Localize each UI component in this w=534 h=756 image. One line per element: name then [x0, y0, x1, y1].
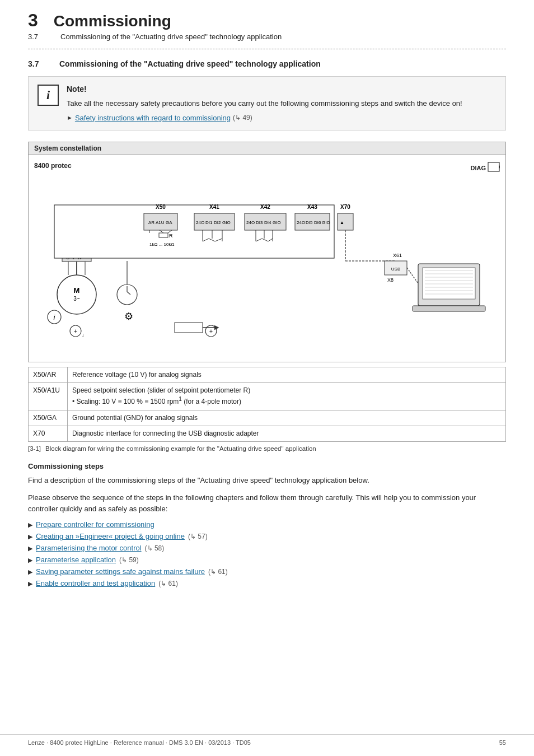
step-link[interactable]: Enable controller and test application — [36, 579, 155, 587]
svg-text:i: i — [54, 313, 56, 321]
connector-description: Reference voltage (10 V) for analog sign… — [68, 367, 506, 382]
step-arrow-icon: ▶ — [28, 580, 32, 587]
svg-text:X8: X8 — [387, 277, 394, 283]
step-arrow-icon: ▶ — [28, 557, 32, 564]
sub-header: 3.7 Commissioning of the "Actuating driv… — [28, 32, 506, 41]
step-arrow-icon: ▶ — [28, 568, 32, 576]
svg-text:24O: 24O — [297, 220, 305, 225]
commissioning-section: Commissioning steps Find a description o… — [28, 462, 506, 587]
connector-description: Diagnostic interface for connecting the … — [68, 426, 506, 442]
svg-text:24O: 24O — [246, 220, 255, 225]
step-arrow-icon: ▶ — [28, 521, 32, 529]
section-separator — [28, 49, 506, 49]
svg-line-15 — [127, 292, 130, 295]
svg-text:1kΩ ... 10kΩ: 1kΩ ... 10kΩ — [149, 242, 174, 247]
note-link-ref: (↳ 49) — [233, 114, 252, 122]
sub-number: 3.7 — [28, 32, 45, 41]
step-link[interactable]: Parameterising the motor control — [36, 544, 142, 552]
svg-text:GA: GA — [166, 220, 172, 225]
sub-title: Commissioning of the "Actuating drive sp… — [60, 32, 282, 41]
step-link[interactable]: Parameterise application — [36, 556, 116, 564]
svg-text:DI2: DI2 — [214, 220, 221, 225]
svg-text:24O: 24O — [196, 220, 204, 225]
svg-text:AR: AR — [148, 220, 154, 225]
connector-description: Ground potential (GND) for analog signal… — [68, 410, 506, 426]
svg-rect-61 — [175, 323, 203, 333]
step-arrow-icon: ▶ — [28, 545, 32, 552]
svg-text:USB: USB — [391, 267, 400, 272]
list-item: ▶Enable controller and test application … — [28, 579, 506, 587]
svg-text:+: + — [74, 328, 77, 334]
steps-para2: Please observe the sequence of the steps… — [28, 492, 506, 515]
svg-text:DI5: DI5 — [306, 220, 313, 225]
table-row: X50/A1USpeed setpoint selection (slider … — [29, 382, 506, 410]
diag-icon — [488, 162, 500, 174]
note-text: Take all the necessary safety precaution… — [67, 98, 496, 109]
connector-id: X50/GA — [29, 410, 68, 426]
step-ref: (↳ 59) — [119, 556, 139, 564]
step-link[interactable]: Prepare controller for commissioning — [36, 520, 154, 529]
figure-label: [3-1] — [28, 445, 41, 452]
note-title: Note! — [67, 85, 496, 94]
svg-text:X61: X61 — [393, 253, 402, 258]
diagram-inner: 8400 protec DIAG M 3~ — [29, 155, 505, 362]
svg-text:↓: ↓ — [82, 332, 85, 338]
steps-para1: Find a description of the commissioning … — [28, 475, 506, 486]
list-item: ▶Saving parameter settings safe against … — [28, 567, 506, 576]
note-safety-link[interactable]: Safety instructions with regard to commi… — [75, 114, 231, 122]
svg-text:X41: X41 — [209, 204, 219, 210]
list-item: ▶Parameterising the motor control (↳ 58) — [28, 544, 506, 552]
connector-description: Speed setpoint selection (slider of setp… — [68, 382, 506, 410]
svg-text:DI1: DI1 — [205, 220, 213, 225]
connector-id: X50/A1U — [29, 382, 68, 410]
note-icon: i — [38, 85, 59, 106]
step-link[interactable]: Creating an »Engineer« project & going o… — [36, 532, 185, 540]
section-title: Commissioning of the "Actuating drive sp… — [59, 59, 321, 68]
figure-caption: [3-1] Block diagram for wiring the commi… — [28, 445, 506, 452]
svg-point-2 — [57, 275, 96, 314]
svg-rect-17 — [54, 205, 334, 258]
note-link-row: ► Safety instructions with regard to com… — [67, 114, 496, 122]
svg-text:X70: X70 — [340, 204, 350, 210]
svg-text:DI6: DI6 — [314, 220, 321, 225]
list-item: ▶Prepare controller for commissioning — [28, 520, 506, 529]
svg-text:⚙: ⚙ — [124, 311, 133, 322]
section-number: 3.7 — [28, 59, 59, 68]
diag-label: DIAG — [471, 162, 500, 174]
step-ref: (↳ 57) — [188, 533, 208, 540]
svg-text:X42: X42 — [260, 204, 270, 210]
connector-id: X70 — [29, 426, 68, 442]
connector-id: X50/AR — [29, 367, 68, 382]
chapter-title: Commissioning — [54, 12, 171, 30]
svg-rect-79 — [413, 306, 485, 311]
note-link-arrow: ► — [67, 114, 73, 121]
steps-list: ▶Prepare controller for commissioning▶Cr… — [28, 520, 506, 587]
svg-line-80 — [407, 268, 418, 283]
footer-right: 55 — [499, 739, 506, 746]
svg-text:GIO: GIO — [322, 220, 330, 225]
chapter-number: 3 — [28, 11, 38, 29]
figure-caption-text: Block diagram for wiring the commissioni… — [45, 445, 316, 452]
svg-text:R: R — [169, 233, 173, 239]
step-link[interactable]: Saving parameter settings safe against m… — [36, 567, 205, 576]
svg-text:GIO: GIO — [273, 220, 281, 225]
svg-text:3~: 3~ — [73, 296, 80, 302]
svg-text:X50: X50 — [156, 204, 166, 210]
table-row: X50/GAGround potential (GND) for analog … — [29, 410, 506, 426]
step-ref: (↳ 61) — [208, 568, 228, 576]
svg-text:M: M — [74, 286, 80, 295]
diagram-title: System constellation — [29, 142, 505, 155]
section-heading: 3.7 Commissioning of the "Actuating driv… — [28, 59, 506, 68]
system-diagram: System constellation 8400 protec DIAG M — [28, 142, 506, 362]
page-header: 3 Commissioning — [28, 11, 506, 30]
svg-text:GIO: GIO — [222, 220, 231, 225]
svg-text:X43: X43 — [307, 204, 317, 210]
svg-text:A1U: A1U — [156, 220, 165, 225]
step-arrow-icon: ▶ — [28, 533, 32, 540]
wiring-diagram-svg: M 3~ UVW X5 — [34, 174, 500, 353]
svg-text:▲: ▲ — [340, 220, 344, 225]
page-footer: Lenze · 8400 protec HighLine · Reference… — [0, 734, 534, 746]
svg-rect-0 — [488, 162, 499, 171]
table-row: X70Diagnostic interface for connecting t… — [29, 426, 506, 442]
svg-rect-70 — [423, 268, 475, 299]
